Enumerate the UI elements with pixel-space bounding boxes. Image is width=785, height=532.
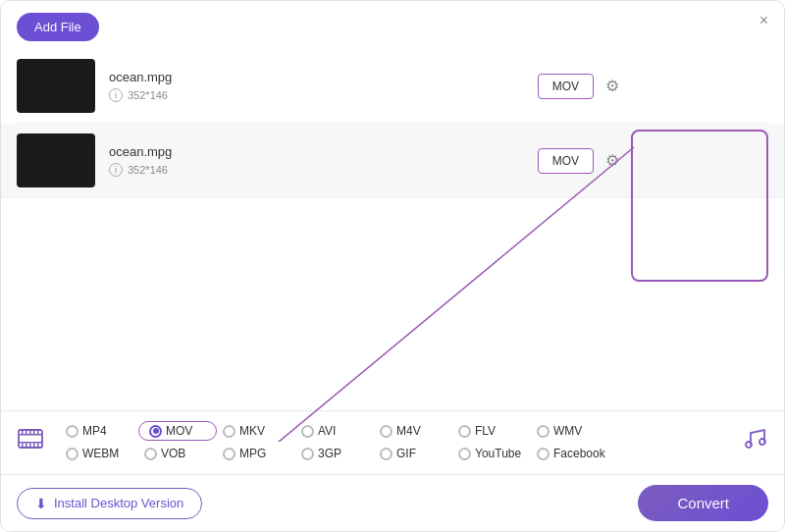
file-actions: MOV ⚙ <box>538 74 621 99</box>
radio-3gp[interactable] <box>301 448 314 460</box>
file-thumbnail <box>17 59 95 113</box>
svg-rect-2 <box>19 434 42 436</box>
file-name: ocean.mpg <box>109 70 538 84</box>
radio-youtube[interactable] <box>458 448 471 460</box>
footer: ⬇ Install Desktop Version Convert <box>1 474 784 531</box>
svg-rect-11 <box>29 444 31 449</box>
radio-flv[interactable] <box>458 425 471 438</box>
file-info: ocean.mpg i 352*146 <box>109 144 538 177</box>
format-area: MP4 MOV MKV AVI M4V FLV <box>1 410 784 472</box>
format-button-1[interactable]: MOV <box>538 74 594 99</box>
format-option-gif[interactable]: GIF <box>374 445 452 462</box>
format-row-2: WEBM VOB MPG 3GP GIF YouTube <box>60 445 733 462</box>
music-icon <box>741 425 768 458</box>
download-icon: ⬇ <box>35 496 47 511</box>
svg-rect-13 <box>37 444 39 449</box>
format-button-2[interactable]: MOV <box>538 148 594 174</box>
svg-rect-12 <box>33 444 35 449</box>
svg-rect-9 <box>22 444 24 449</box>
format-option-m4v[interactable]: M4V <box>374 421 452 441</box>
format-options: MP4 MOV MKV AVI M4V FLV <box>60 421 733 462</box>
file-name: ocean.mpg <box>109 144 538 159</box>
file-list: ocean.mpg i 352*146 MOV ⚙ ocean.mpg i 35… <box>1 49 784 198</box>
svg-rect-4 <box>22 430 24 434</box>
svg-rect-5 <box>26 430 27 434</box>
format-option-mp4[interactable]: MP4 <box>60 421 138 441</box>
file-thumbnail <box>17 133 95 187</box>
convert-button[interactable]: Convert <box>638 485 768 521</box>
info-icon: i <box>109 88 123 102</box>
format-option-avi[interactable]: AVI <box>295 421 374 441</box>
format-row-1: MP4 MOV MKV AVI M4V FLV <box>60 421 733 441</box>
film-icon <box>17 425 44 458</box>
radio-mp4[interactable] <box>66 425 78 438</box>
main-content: ocean.mpg i 352*146 MOV ⚙ ocean.mpg i 35… <box>1 49 784 198</box>
radio-gif[interactable] <box>380 448 392 460</box>
radio-vob[interactable] <box>144 448 157 460</box>
install-button[interactable]: ⬇ Install Desktop Version <box>17 488 202 519</box>
install-label: Install Desktop Version <box>54 496 183 510</box>
file-row: ocean.mpg i 352*146 MOV ⚙ <box>1 124 784 198</box>
file-meta: i 352*146 <box>109 163 538 177</box>
format-option-youtube[interactable]: YouTube <box>452 445 531 462</box>
format-option-mpg[interactable]: MPG <box>217 445 295 462</box>
svg-rect-7 <box>33 430 35 434</box>
radio-wmv[interactable] <box>537 425 550 438</box>
radio-webm[interactable] <box>66 448 78 460</box>
format-option-facebook[interactable]: Facebook <box>531 445 611 462</box>
file-info: ocean.mpg i 352*146 <box>109 70 538 102</box>
file-actions: MOV ⚙ <box>538 148 621 174</box>
add-file-button[interactable]: Add File <box>17 13 99 41</box>
header: Add File × <box>1 1 784 49</box>
settings-button-2[interactable]: ⚙ <box>603 149 621 172</box>
svg-rect-6 <box>29 430 31 434</box>
format-option-webm[interactable]: WEBM <box>60 445 138 462</box>
format-option-wmv[interactable]: WMV <box>531 421 609 441</box>
svg-rect-10 <box>26 444 27 449</box>
radio-avi[interactable] <box>301 425 314 438</box>
radio-mkv[interactable] <box>223 425 236 438</box>
format-option-mov[interactable]: MOV <box>138 421 217 441</box>
radio-mov[interactable] <box>149 425 162 438</box>
format-option-flv[interactable]: FLV <box>452 421 531 441</box>
file-dimensions: 352*146 <box>128 164 168 176</box>
info-icon: i <box>109 163 123 177</box>
format-option-vob[interactable]: VOB <box>138 445 217 462</box>
radio-m4v[interactable] <box>380 425 392 438</box>
radio-mpg[interactable] <box>223 448 236 460</box>
format-option-3gp[interactable]: 3GP <box>295 445 374 462</box>
format-option-mkv[interactable]: MKV <box>217 421 295 441</box>
file-row: ocean.mpg i 352*146 MOV ⚙ <box>17 49 768 124</box>
svg-rect-3 <box>19 442 42 444</box>
svg-rect-8 <box>37 430 39 434</box>
radio-facebook[interactable] <box>537 448 550 460</box>
close-button[interactable]: × <box>759 13 768 28</box>
file-meta: i 352*146 <box>109 88 538 102</box>
file-dimensions: 352*146 <box>128 89 168 101</box>
settings-button-1[interactable]: ⚙ <box>603 75 621 97</box>
